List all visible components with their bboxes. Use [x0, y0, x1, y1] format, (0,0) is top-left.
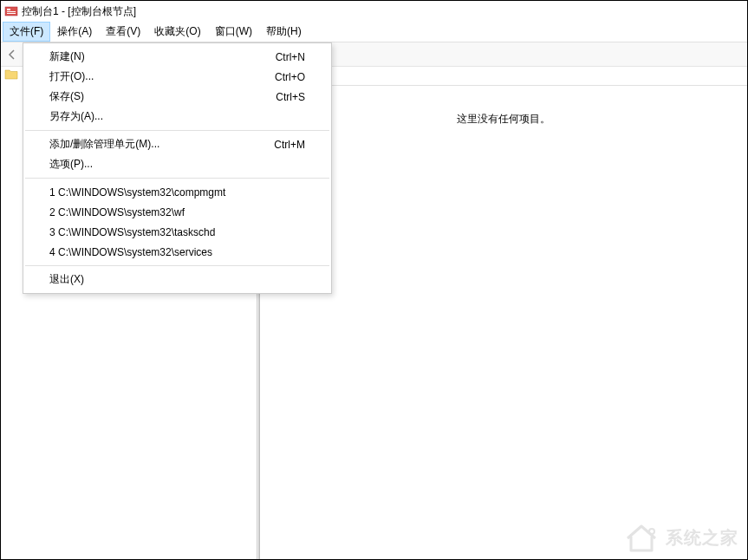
menu-help[interactable]: 帮助(H): [259, 22, 309, 42]
titlebar-text: 控制台1 - [控制台根节点]: [22, 4, 136, 19]
menu-item-label: 保存(S): [49, 89, 84, 104]
menu-favorites-label: 收藏夹(O): [154, 24, 200, 39]
menu-separator: [25, 178, 329, 179]
menu-view-label: 查看(V): [106, 24, 140, 39]
folder-icon: [4, 68, 18, 81]
menu-window-label: 窗口(W): [215, 24, 252, 39]
mmc-app-icon: [4, 4, 18, 18]
menu-item-shortcut: Ctrl+S: [276, 91, 305, 103]
menu-view[interactable]: 查看(V): [99, 22, 147, 42]
menu-item-label: 4 C:\WINDOWS\system32\services: [49, 246, 212, 258]
menu-item-shortcut: Ctrl+M: [274, 139, 305, 151]
menu-item-label: 2 C:\WINDOWS\system32\wf: [49, 206, 185, 218]
menu-item-label: 添加/删除管理单元(M)...: [49, 137, 159, 152]
svg-rect-2: [7, 11, 16, 12]
menu-item-recent-4[interactable]: 4 C:\WINDOWS\system32\services: [23, 242, 331, 262]
menu-separator: [25, 130, 329, 131]
menu-action-label: 操作(A): [57, 24, 92, 39]
svg-rect-1: [7, 9, 10, 10]
menu-item-shortcut: Ctrl+N: [276, 51, 305, 63]
menu-separator: [25, 265, 329, 266]
menu-item-options[interactable]: 选项(P)...: [23, 154, 331, 174]
menu-item-label: 1 C:\WINDOWS\system32\compmgmt: [49, 186, 225, 199]
menu-item-save-as[interactable]: 另存为(A)...: [23, 107, 331, 127]
menu-item-new[interactable]: 新建(N) Ctrl+N: [23, 47, 331, 67]
menu-file[interactable]: 文件(F): [3, 22, 50, 42]
menu-item-recent-3[interactable]: 3 C:\WINDOWS\system32\taskschd: [23, 222, 331, 242]
menu-item-label: 打开(O)...: [49, 69, 94, 84]
menu-item-label: 选项(P)...: [49, 157, 93, 172]
menu-favorites[interactable]: 收藏夹(O): [147, 22, 207, 42]
list-body: 这里没有任何项目。: [260, 86, 747, 559]
menu-item-shortcut: Ctrl+O: [275, 71, 305, 83]
menu-item-label: 另存为(A)...: [49, 109, 103, 124]
svg-rect-3: [7, 13, 16, 14]
titlebar: 控制台1 - [控制台根节点]: [1, 1, 747, 22]
menu-help-label: 帮助(H): [266, 24, 302, 39]
menu-item-exit[interactable]: 退出(X): [23, 270, 331, 290]
empty-list-text: 这里没有任何项目。: [457, 112, 550, 127]
menu-item-recent-1[interactable]: 1 C:\WINDOWS\system32\compmgmt: [23, 182, 331, 202]
back-arrow-icon: [5, 48, 19, 62]
menu-file-label: 文件(F): [10, 24, 43, 39]
file-dropdown-menu: 新建(N) Ctrl+N 打开(O)... Ctrl+O 保存(S) Ctrl+…: [23, 42, 332, 294]
menu-item-save[interactable]: 保存(S) Ctrl+S: [23, 87, 331, 107]
list-panel: 这里没有任何项目。: [260, 67, 747, 559]
menu-item-label: 新建(N): [49, 49, 85, 64]
watermark: 系统之家: [624, 523, 738, 552]
back-button[interactable]: [3, 45, 22, 64]
menu-item-recent-2[interactable]: 2 C:\WINDOWS\system32\wf: [23, 202, 331, 222]
house-icon: [624, 523, 659, 552]
menu-item-open[interactable]: 打开(O)... Ctrl+O: [23, 67, 331, 87]
menu-window[interactable]: 窗口(W): [208, 22, 259, 42]
list-header: [260, 67, 747, 86]
menu-item-label: 3 C:\WINDOWS\system32\taskschd: [49, 226, 215, 238]
svg-point-4: [649, 529, 654, 534]
menubar: 文件(F) 操作(A) 查看(V) 收藏夹(O) 窗口(W) 帮助(H): [1, 22, 747, 42]
menu-action[interactable]: 操作(A): [50, 22, 99, 42]
watermark-text: 系统之家: [666, 526, 738, 550]
menu-item-add-remove-snapin[interactable]: 添加/删除管理单元(M)... Ctrl+M: [23, 134, 331, 154]
menu-item-label: 退出(X): [49, 272, 84, 287]
